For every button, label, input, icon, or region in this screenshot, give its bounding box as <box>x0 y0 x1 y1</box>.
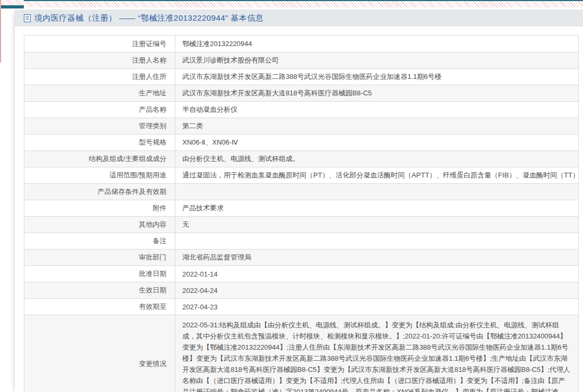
row-value: 无 <box>175 217 578 233</box>
row-label: 其他内容 <box>24 217 175 233</box>
table-row: 管理类别 第二类 <box>24 118 578 134</box>
row-value: 半自动凝血分析仪 <box>175 102 578 118</box>
row-label: 产品储存条件及有效期 <box>24 184 175 200</box>
row-label: 生效日期 <box>24 282 175 298</box>
row-value: 2022-05-31:结构及组成由【由分析仪主机、电源线、测试杯组成。】变更为【… <box>175 315 578 392</box>
row-label: 变更情况 <box>24 315 175 392</box>
table-row: 产品名称 半自动凝血分析仪 <box>24 101 578 118</box>
table-row: 生效日期 2022-04-24 <box>24 282 578 298</box>
row-value: 武汉市东湖新技术开发区高新二路388号武汉光谷国际生物医药企业加速器1.1期6号… <box>175 69 578 85</box>
row-label: 注册人名称 <box>24 52 175 68</box>
row-label: 审批部门 <box>24 250 175 265</box>
row-value: 2022-01-14 <box>175 266 578 282</box>
row-value: 湖北省药品监督管理局 <box>175 250 578 265</box>
table-row: 产品储存条件及有效期 <box>24 183 578 200</box>
page-header: 境内医疗器械（注册） —— “鄂械注准20132220944” 基本信息 <box>15 10 583 26</box>
row-value <box>175 233 578 249</box>
table-row: 生产地址 武汉市东湖新技术开发区高新大道818号高科医疗器械园B8-C5 <box>24 85 578 101</box>
table-row: 变更情况 2022-05-31:结构及组成由【由分析仪主机、电源线、测试杯组成。… <box>24 315 578 392</box>
table-row: 注册证编号 鄂械注准20132220944 <box>24 35 578 52</box>
table-row: 适用范围/预期用途 通过凝固法，用于检测血浆凝血酶原时间（PT）、活化部分凝血活… <box>24 167 578 183</box>
row-value: 产品技术要求 <box>175 200 578 216</box>
row-label: 适用范围/预期用途 <box>24 167 175 183</box>
table-row: 注册人名称 武汉景川诊断技术股份有限公司 <box>24 52 578 68</box>
row-label: 备注 <box>24 233 175 249</box>
row-value: 2022-04-24 <box>175 282 578 298</box>
row-label: 附件 <box>24 200 175 216</box>
registration-info-table: 注册证编号 鄂械注准20132220944 注册人名称 武汉景川诊断技术股份有限… <box>24 35 579 392</box>
left-edge-accent <box>0 0 1 63</box>
row-value <box>175 184 578 200</box>
table-row: 审批部门 湖北省药品监督管理局 <box>24 249 578 265</box>
table-row: 批准日期 2022-01-14 <box>24 265 578 282</box>
row-value: 鄂械注准20132220944 <box>175 35 578 52</box>
row-label: 结构及组成/主要组成成分 <box>24 151 175 167</box>
row-label: 注册人住所 <box>24 69 175 85</box>
top-accent-left-segment <box>0 5 24 8</box>
top-decorative-stripes <box>0 0 583 7</box>
table-row: 有效期至 2027-04-23 <box>24 298 578 315</box>
row-value: XN06-Ⅱ、XN06-Ⅳ <box>175 135 578 150</box>
row-label: 批准日期 <box>24 266 175 282</box>
row-label: 产品名称 <box>24 102 175 118</box>
row-value: 第二类 <box>175 118 578 134</box>
row-label: 生产地址 <box>24 85 175 101</box>
row-label: 注册证编号 <box>24 35 175 52</box>
table-row: 结构及组成/主要组成成分 由分析仪主机、电源线、测试杯组成。 <box>24 150 578 167</box>
top-accent-line <box>24 0 583 1</box>
row-label: 有效期至 <box>24 299 175 315</box>
document-icon <box>24 14 31 22</box>
row-value: 由分析仪主机、电源线、测试杯组成。 <box>175 151 578 167</box>
row-value: 武汉市东湖新技术开发区高新大道818号高科医疗器械园B8-C5 <box>175 85 578 101</box>
table-row: 注册人住所 武汉市东湖新技术开发区高新二路388号武汉光谷国际生物医药企业加速器… <box>24 68 578 85</box>
content-panel: 境内医疗器械（注册） —— “鄂械注准20132220944” 基本信息 注册证… <box>15 10 583 392</box>
row-value: 武汉景川诊断技术股份有限公司 <box>175 52 578 68</box>
row-label: 管理类别 <box>24 118 175 134</box>
table-row: 备注 <box>24 233 578 249</box>
row-value: 2027-04-23 <box>175 299 578 315</box>
row-value: 通过凝固法，用于检测血浆凝血酶原时间（PT）、活化部分凝血活酶时间（APTT）、… <box>175 167 578 183</box>
table-row: 其他内容 无 <box>24 216 578 233</box>
table-row: 附件 产品技术要求 <box>24 200 578 216</box>
page-title: 境内医疗器械（注册） —— “鄂械注准20132220944” 基本信息 <box>34 13 263 23</box>
row-label: 型号规格 <box>24 135 175 150</box>
table-row: 型号规格 XN06-Ⅱ、XN06-Ⅳ <box>24 134 578 150</box>
